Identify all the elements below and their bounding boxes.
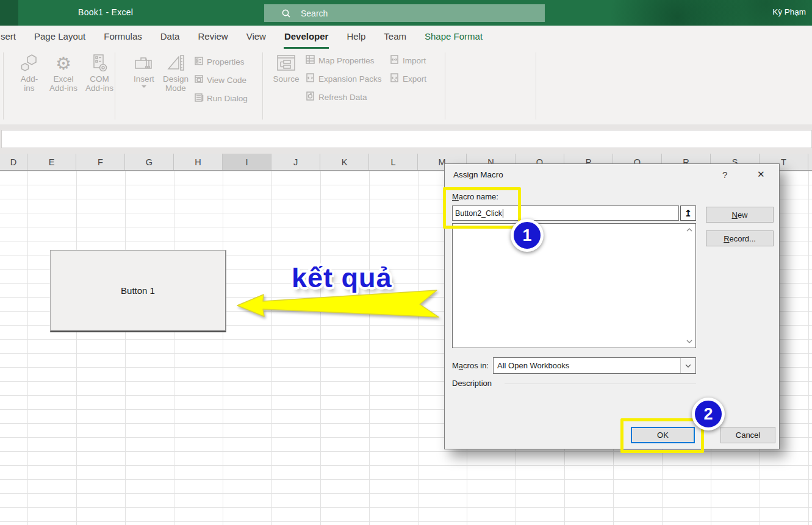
insert-controls-button[interactable]: Insert <box>131 52 157 88</box>
run-dialog-button[interactable]: Run Dialog <box>194 91 248 105</box>
excel-add-ins-button[interactable]: ⚙ Excel Add-ins <box>45 52 82 93</box>
column-header-l[interactable]: L <box>369 154 418 170</box>
column-header-g[interactable]: G <box>125 154 174 170</box>
column-header-k[interactable]: K <box>320 154 369 170</box>
dialog-help-icon[interactable]: ? <box>722 170 727 180</box>
group-separator <box>3 52 4 120</box>
tab-insert-partial[interactable]: sert <box>0 26 16 49</box>
tab-review[interactable]: Review <box>197 26 228 49</box>
dropdown-chevron-icon <box>680 358 695 373</box>
up-arrow-from-bar-icon: ↥ <box>684 208 692 219</box>
formula-bar-strip <box>0 124 812 154</box>
gear-icon: ⚙ <box>56 52 71 74</box>
ok-button[interactable]: OK <box>631 427 695 443</box>
search-icon <box>281 9 291 18</box>
tab-help[interactable]: Help <box>346 26 366 49</box>
design-mode-button[interactable]: Design Mode <box>160 52 192 93</box>
column-header-d[interactable]: D <box>0 154 27 170</box>
set-square-icon <box>165 52 186 74</box>
scroll-down-icon[interactable] <box>686 340 692 343</box>
step-2-badge: 2 <box>692 398 725 430</box>
assign-macro-dialog: Assign Macro ? ✕ Macro name: Button2_Cli… <box>444 163 780 449</box>
dialog-title: Assign Macro <box>453 170 503 179</box>
title-bar: Book1 - Excel Search Kỳ Phạm <box>0 0 812 26</box>
group-separator <box>262 52 263 120</box>
group-separator <box>536 52 536 120</box>
export-icon <box>389 73 400 85</box>
cancel-button[interactable]: Cancel <box>720 427 775 443</box>
form-button-1[interactable]: Button 1 <box>50 250 226 332</box>
scroll-up-icon[interactable] <box>686 228 692 232</box>
tab-formulas[interactable]: Formulas <box>103 26 143 49</box>
properties-icon <box>194 56 204 68</box>
macro-name-input[interactable]: Button2_Click <box>452 205 679 221</box>
column-header-f[interactable]: F <box>76 154 125 170</box>
excel-window: Book1 - Excel Search Kỳ Phạm sert Page L… <box>0 0 812 525</box>
group-separator <box>445 52 445 120</box>
source-button[interactable]: Source <box>271 52 301 84</box>
expansion-packs-button[interactable]: Expansion Packs <box>305 72 382 85</box>
map-properties-icon <box>305 54 315 66</box>
export-button[interactable]: Export <box>389 72 426 85</box>
refresh-data-button[interactable]: Refresh Data <box>305 90 367 104</box>
chevron-down-icon <box>142 85 146 88</box>
tab-shape-format[interactable]: Shape Format <box>424 26 483 49</box>
description-divider <box>505 384 696 384</box>
macro-list-box[interactable] <box>452 223 696 348</box>
yellow-arrow-left-icon <box>235 289 439 318</box>
collapse-up-button[interactable]: ↥ <box>680 205 696 221</box>
import-icon <box>389 54 400 66</box>
tab-team[interactable]: Team <box>383 26 407 49</box>
properties-button[interactable]: Properties <box>194 55 245 68</box>
text-cursor <box>503 209 503 218</box>
column-header-e[interactable]: E <box>27 154 76 170</box>
macros-in-dropdown[interactable]: All Open Workbooks <box>493 357 696 374</box>
hexagons-addins-icon <box>19 52 40 74</box>
map-properties-button[interactable]: Map Properties <box>305 54 375 67</box>
ribbon-developer: Add- ins ⚙ Excel Add-ins COM Add-ins Add… <box>0 49 812 125</box>
document-title: Book1 - Excel <box>78 7 133 17</box>
formula-bar-input[interactable] <box>1 130 812 148</box>
list-gear-icon <box>89 52 110 74</box>
new-button[interactable]: New <box>706 207 774 223</box>
com-add-ins-button[interactable]: COM Add-ins <box>83 52 116 93</box>
add-ins-button[interactable]: Add- ins <box>15 52 44 93</box>
run-dialog-icon <box>194 93 204 104</box>
dialog-close-icon[interactable]: ✕ <box>757 169 765 180</box>
expansion-packs-icon <box>305 73 315 85</box>
column-header-j[interactable]: J <box>271 154 320 170</box>
import-button[interactable]: Import <box>389 54 426 67</box>
xml-source-icon <box>275 52 297 74</box>
search-placeholder: Search <box>301 9 328 18</box>
record-button[interactable]: Record... <box>706 230 774 246</box>
tab-data[interactable]: Data <box>160 26 181 49</box>
view-code-icon <box>194 74 204 86</box>
macro-name-label: Macro name: <box>452 192 498 201</box>
macro-name-value: Button2_Click <box>455 209 502 218</box>
account-user-name[interactable]: Kỳ Phạm <box>772 7 806 16</box>
toolbox-icon <box>133 52 155 74</box>
macros-in-label: Macros in: <box>452 361 489 370</box>
column-header-i-selected[interactable]: I <box>223 154 271 170</box>
column-header-h[interactable]: H <box>174 154 223 170</box>
macros-in-value: All Open Workbooks <box>494 361 680 370</box>
description-label: Description <box>452 379 492 388</box>
ribbon-tab-row: sert Page Layout Formulas Data Review Vi… <box>0 26 812 49</box>
search-input[interactable]: Search <box>264 4 545 22</box>
view-code-button[interactable]: View Code <box>194 73 246 87</box>
step-1-badge: 1 <box>511 219 544 252</box>
tab-view[interactable]: View <box>246 26 267 49</box>
tab-page-layout[interactable]: Page Layout <box>34 26 86 49</box>
refresh-data-icon <box>305 91 315 103</box>
tab-developer[interactable]: Developer <box>284 26 329 49</box>
form-button-label: Button 1 <box>121 285 155 296</box>
